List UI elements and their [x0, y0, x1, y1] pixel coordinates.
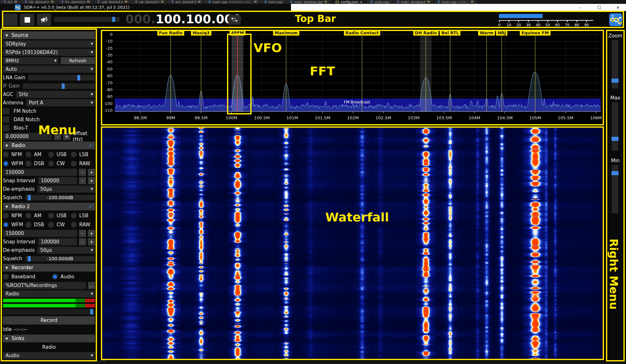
station-label-musiq3[interactable]: Musiq3	[191, 30, 211, 36]
station-label-nrj[interactable]: NRJ	[496, 30, 508, 36]
waterfall-display[interactable]	[101, 126, 604, 360]
mode2-dsb[interactable]: DSB	[26, 222, 48, 228]
samplerate-select[interactable]: 8MHz ▼	[3, 57, 59, 64]
bandwidth2-plus-button[interactable]: +	[88, 230, 95, 237]
editor-tab-fm-demod-h[interactable]: Cfm_demod.hM	[58, 0, 94, 4]
editor-tab-main-window-cpp[interactable]: Cmain_window.cppM	[286, 0, 331, 4]
radio2-section-header[interactable]: ▼ Radio 2 ✓	[3, 203, 95, 210]
fm-notch-checkbox[interactable]	[3, 108, 9, 114]
dab-notch-checkbox[interactable]	[3, 116, 9, 123]
menu-toggle-button[interactable]	[3, 14, 17, 26]
close-tab-icon[interactable]: ×	[360, 0, 362, 4]
browse-button[interactable]: ...	[88, 282, 95, 289]
mode-nfm[interactable]: NFM	[3, 152, 26, 157]
editor-tab-core-cpp[interactable]: Ccore.cpp	[261, 0, 287, 4]
volume-slider-handle[interactable]	[112, 17, 115, 22]
source-section-header[interactable]: ▼ Source	[3, 31, 95, 39]
editor-tab-lsb-demod-h[interactable]: Clsb_demod.hM	[21, 0, 58, 4]
station-label-equinox-fm[interactable]: Equinox FM	[520, 30, 551, 36]
gain-mode-select[interactable]: Auto ▼	[3, 66, 95, 73]
if-gain-slider[interactable]	[23, 83, 95, 89]
bandwidth-input[interactable]: 150000	[3, 169, 77, 176]
snap-interval-input[interactable]: 100000	[38, 177, 77, 184]
sink-type-select[interactable]: Audio ▼	[3, 352, 95, 359]
enabled-check-icon[interactable]: ✓	[89, 143, 93, 149]
station-label-48fm[interactable]: 48FM	[230, 30, 246, 36]
mode2-am[interactable]: AM	[26, 213, 48, 219]
offset-minus-button[interactable]: -	[54, 133, 61, 140]
mode2-nfm[interactable]: NFM	[3, 213, 26, 219]
enabled-check-icon[interactable]: ✓	[89, 204, 93, 210]
snap2-interval-input[interactable]: 100000	[38, 238, 77, 245]
bandwidth-minus-button[interactable]: -	[79, 169, 86, 176]
station-label-maximum[interactable]: Maximum	[273, 30, 299, 36]
radio-section-header[interactable]: ▼ Radio ✓	[3, 142, 95, 149]
snap-plus-button[interactable]: +	[88, 177, 95, 184]
editor-tab-d-h[interactable]: Cd.hM	[0, 0, 21, 4]
waterfall-canvas[interactable]	[102, 127, 603, 359]
editor-tab-main-cpp[interactable]: Cmain.cppradio\...M	[434, 0, 478, 4]
recorder-mode-audio[interactable]: Audio	[52, 274, 91, 280]
editor-tab-main-cpp[interactable]: Cmain.cppfrequency_ma...M	[205, 0, 261, 4]
offset-input[interactable]: 0.000000	[3, 133, 52, 140]
fft-display[interactable]: 0-10-20-30-40-50-60-70-80-90-100-11098.5…	[101, 30, 604, 125]
mode2-usb[interactable]: USB	[48, 213, 71, 219]
editor-tab-main-window-h[interactable]: Cmain_window.hM	[393, 0, 434, 4]
volume-slider[interactable]	[54, 17, 120, 22]
squelch2-slider[interactable]: -100.000dB	[25, 256, 95, 262]
mode-raw[interactable]: RAW	[71, 161, 93, 166]
minimize-button[interactable]: –	[573, 4, 588, 11]
snap2-minus-button[interactable]: -	[79, 238, 86, 245]
close-button[interactable]: ✕	[610, 4, 625, 11]
mode-wfm[interactable]: WFM	[3, 161, 26, 166]
mode-lsb[interactable]: LSB	[71, 152, 93, 157]
stop-button[interactable]	[20, 14, 34, 26]
squelch-slider[interactable]: -100.000dB	[25, 195, 95, 200]
editor-tab-style-cpp[interactable]: Cstyle.cpp	[367, 0, 393, 4]
lna-gain-slider[interactable]	[28, 75, 95, 80]
lna-gain-handle[interactable]	[77, 75, 80, 80]
bias-t-checkbox[interactable]	[3, 125, 9, 131]
refresh-button[interactable]: Refresh	[60, 57, 95, 64]
mode-usb[interactable]: USB	[48, 152, 71, 157]
recorder-stream-select[interactable]: Radio ▼	[3, 290, 95, 297]
deemphasis2-select[interactable]: 50µs ▼	[38, 247, 95, 254]
min-slider-handle[interactable]	[611, 171, 619, 175]
zoom-slider[interactable]	[612, 40, 618, 89]
editor-tab-config-json[interactable]: {}config.json×	[331, 0, 367, 4]
antenna-select[interactable]: Port A ▼	[26, 99, 95, 106]
recorder-mode-baseband[interactable]: Baseband	[3, 274, 52, 280]
editor-tab-usb-demod-h[interactable]: Cusb_demod.hM	[94, 0, 132, 4]
max-slider[interactable]	[612, 102, 618, 151]
recordings-path-input[interactable]: %ROOT%/Recordings	[3, 282, 86, 289]
bandwidth2-minus-button[interactable]: -	[79, 230, 86, 237]
if-gain-handle[interactable]	[62, 83, 65, 89]
vfo-swap-button[interactable]	[228, 15, 241, 25]
snap-minus-button[interactable]: -	[79, 177, 86, 184]
mode2-lsb[interactable]: LSB	[71, 213, 93, 219]
mode-cw[interactable]: CW	[48, 161, 71, 166]
deemphasis-select[interactable]: 50µs ▼	[38, 186, 95, 193]
device-select[interactable]: RSPdx (191106DA42) ▼	[3, 49, 95, 56]
bandwidth-plus-button[interactable]: +	[88, 169, 95, 176]
max-slider-handle[interactable]	[611, 137, 619, 141]
station-label-bel-rtl[interactable]: Bel RTL	[440, 30, 460, 36]
agc-select[interactable]: 5Hz ▼	[16, 91, 95, 98]
station-label-dh-radio[interactable]: DH Radio	[413, 30, 438, 36]
editor-tab-am-demod-h[interactable]: Cam_demod.hM	[168, 0, 205, 4]
mode2-cw[interactable]: CW	[48, 222, 71, 228]
bandwidth2-input[interactable]: 150000	[3, 230, 77, 237]
recorder-volume-slider[interactable]	[3, 309, 95, 315]
mode-am[interactable]: AM	[26, 152, 48, 157]
mode2-raw[interactable]: RAW	[71, 222, 93, 228]
record-button[interactable]: Record	[3, 316, 95, 325]
source-type-select[interactable]: SDRplay ▼	[3, 40, 95, 48]
zoom-slider-handle[interactable]	[611, 79, 619, 83]
station-label-radio-contact[interactable]: Radio Contact	[344, 30, 380, 36]
snap2-plus-button[interactable]: +	[88, 238, 95, 245]
maximize-button[interactable]: ☐	[592, 4, 607, 11]
mode-dsb[interactable]: DSB	[26, 161, 48, 166]
station-label-fun-radio[interactable]: Fun Radio	[157, 30, 184, 36]
mode2-wfm[interactable]: WFM	[3, 222, 26, 228]
min-slider[interactable]	[612, 165, 618, 213]
